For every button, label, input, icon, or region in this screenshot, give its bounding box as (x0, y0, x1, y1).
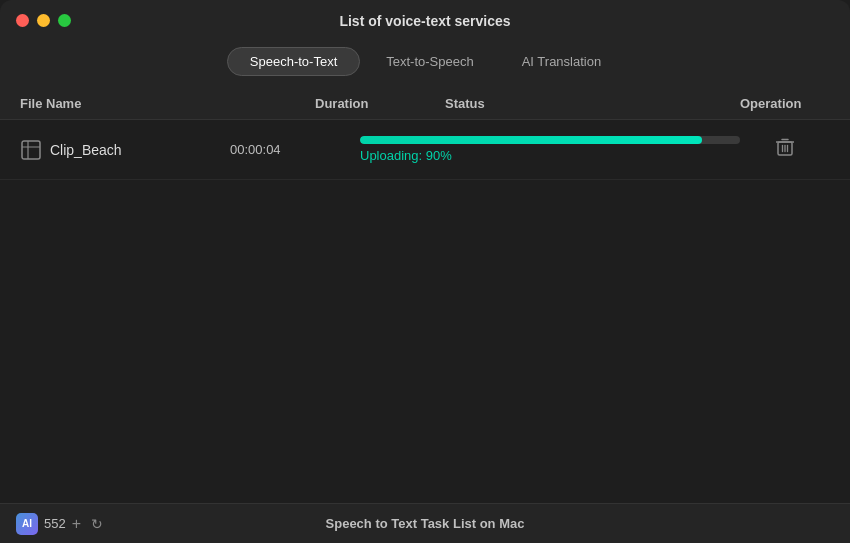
progress-bar-fill (360, 136, 702, 144)
table-row: Clip_Beach 00:00:04 Uploading: 90% (0, 120, 850, 180)
close-button[interactable] (16, 14, 29, 27)
window-title: List of voice-text services (339, 13, 510, 29)
header-duration: Duration (315, 96, 445, 111)
ai-badge-label: AI (22, 518, 32, 529)
file-name-cell: Clip_Beach (20, 139, 230, 161)
svg-rect-0 (22, 141, 40, 159)
maximize-button[interactable] (58, 14, 71, 27)
status-text: Uploading: 90% (360, 148, 740, 163)
tab-speech-to-text[interactable]: Speech-to-Text (227, 47, 360, 76)
title-bar: List of voice-text services (0, 0, 850, 37)
ai-badge: AI (16, 513, 38, 535)
main-content: Speech-to-Text Text-to-Speech AI Transla… (0, 37, 850, 540)
minimize-button[interactable] (37, 14, 50, 27)
operation-cell (740, 133, 830, 166)
file-icon (20, 139, 42, 161)
header-operation: Operation (740, 96, 830, 111)
tab-text-to-speech[interactable]: Text-to-Speech (364, 47, 495, 76)
tab-ai-translation[interactable]: AI Translation (500, 47, 624, 76)
table-header: File Name Duration Status Operation (0, 88, 850, 120)
header-file-name: File Name (20, 96, 315, 111)
refresh-button[interactable]: ↻ (91, 516, 103, 532)
header-status: Status (445, 96, 740, 111)
bottom-bar: AI 552 + ↻ Speech to Text Task List on M… (0, 503, 850, 543)
credit-count: 552 (44, 516, 66, 531)
status-cell: Uploading: 90% (360, 136, 740, 163)
tab-bar: Speech-to-Text Text-to-Speech AI Transla… (0, 37, 850, 88)
file-name: Clip_Beach (50, 142, 122, 158)
progress-bar-bg (360, 136, 740, 144)
delete-button[interactable] (767, 133, 803, 166)
duration-cell: 00:00:04 (230, 142, 360, 157)
bottom-left: AI 552 + ↻ (16, 513, 103, 535)
window-controls (16, 14, 71, 27)
add-credits-button[interactable]: + (72, 515, 81, 533)
table-body: Clip_Beach 00:00:04 Uploading: 90% (0, 120, 850, 540)
footer-title: Speech to Text Task List on Mac (326, 516, 525, 531)
